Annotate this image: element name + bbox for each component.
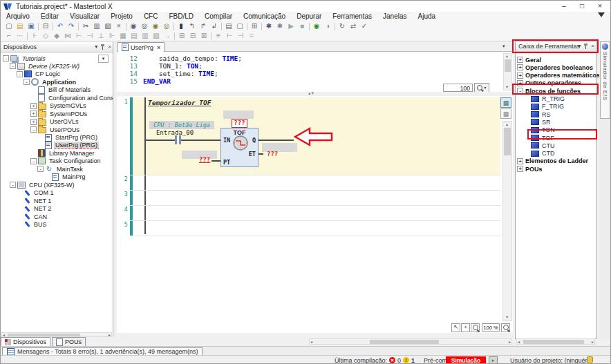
toolbox-expander[interactable]: - bbox=[517, 88, 523, 94]
copy-icon[interactable]: ▥ bbox=[91, 21, 102, 31]
next-bookmark-icon[interactable]: ↱ bbox=[198, 21, 209, 31]
zoom-dropdown-button[interactable]: ▾ bbox=[474, 83, 489, 93]
menu-fbd-ld[interactable]: FBD/LD bbox=[163, 12, 199, 21]
insert-block-icon[interactable]: ▦ bbox=[118, 31, 129, 41]
stop-icon[interactable]: ■ bbox=[297, 21, 308, 31]
ladder-zoom-value[interactable]: 100 % bbox=[482, 323, 500, 332]
filter-icon[interactable] bbox=[598, 12, 605, 17]
tree-item-can[interactable]: CAN bbox=[1, 213, 113, 220]
zoom-value-field[interactable]: 100 bbox=[443, 84, 473, 92]
tree-expander[interactable]: - bbox=[30, 158, 37, 164]
tab-dispositivos[interactable]: Dispositivos bbox=[1, 337, 50, 346]
tree-expander[interactable]: - bbox=[10, 63, 16, 69]
toolbox-close-button[interactable]: × bbox=[591, 42, 594, 50]
grid-view-icon[interactable]: ⊞ bbox=[249, 21, 260, 31]
new-file-icon[interactable]: ▢ bbox=[3, 21, 15, 31]
tree-expander[interactable]: + bbox=[30, 111, 37, 117]
insert-input-icon[interactable]: ⊞ bbox=[176, 31, 187, 41]
prev-bookmark-icon[interactable]: ↰ bbox=[187, 21, 198, 31]
tree-expander[interactable]: - bbox=[10, 182, 16, 188]
menu-compilar[interactable]: Compilar bbox=[199, 12, 238, 21]
ladder-vertical-scrollbar[interactable]: ▴▾ bbox=[502, 121, 512, 321]
tree-expander[interactable]: - bbox=[3, 55, 9, 61]
find-icon[interactable]: ◉ bbox=[128, 21, 139, 31]
negated-coil-icon[interactable]: ⋈ bbox=[62, 31, 73, 41]
ladder-network-icon[interactable]: ⌐ bbox=[3, 31, 15, 41]
generate-runtime-icon[interactable]: ✱ bbox=[274, 21, 285, 31]
et-unassigned-text[interactable]: ??? bbox=[267, 151, 278, 157]
tree-item-systempous[interactable]: +SystemPOUs bbox=[1, 110, 113, 117]
toolbox-item-ton[interactable]: TON bbox=[517, 126, 596, 134]
toolbox-horizontal-scrollbar[interactable]: ◂▸ bbox=[516, 338, 595, 345]
branch-above-icon[interactable]: ⊢ bbox=[224, 31, 235, 41]
toolbox-item-pous[interactable]: +POUs bbox=[517, 165, 596, 173]
ladder-more-icon[interactable]: ⋯ bbox=[15, 31, 26, 41]
devices-collapse-button[interactable]: ▾ bbox=[95, 43, 97, 51]
new-window-icon[interactable]: ▢ bbox=[234, 21, 245, 31]
edit-worksheet-icon[interactable]: ≈ bbox=[246, 31, 257, 41]
coil-icon[interactable]: ◆ bbox=[51, 31, 62, 41]
tree-expander[interactable]: - bbox=[37, 166, 44, 172]
tree-item-cpu-xf325-w[interactable]: -CPU (XF325-W) bbox=[1, 181, 113, 189]
parallel-contact-icon[interactable]: ⊢ bbox=[73, 31, 84, 41]
toolbox-item-operadores-booleanos[interactable]: +Operadores booleanos bbox=[517, 64, 596, 71]
menu-depurar[interactable]: Depurar bbox=[291, 12, 327, 21]
insert-box-en-icon[interactable]: ▥ bbox=[140, 31, 151, 41]
toolbox-item-geral[interactable]: +Geral bbox=[517, 56, 596, 64]
simulator-tab[interactable]: Simulador de E/S bbox=[600, 41, 610, 119]
toolbox-expander[interactable]: + bbox=[517, 158, 523, 164]
tree-item-library-manager[interactable]: Library Manager bbox=[1, 149, 113, 157]
insert-return-icon[interactable]: → bbox=[162, 31, 173, 41]
tof-function-block[interactable]: TOF IN Q ET PT bbox=[220, 128, 258, 167]
clear-bookmarks-icon[interactable]: ↲ bbox=[209, 21, 220, 31]
tree-item-userpous[interactable]: -UserPOUs bbox=[1, 126, 113, 133]
tree-item-device-xf325-w[interactable]: -Device (XF325-W) bbox=[1, 62, 113, 70]
maximize-button[interactable]: □ bbox=[573, 1, 591, 12]
tab-userprg[interactable]: UserPrg × bbox=[118, 42, 164, 52]
tree-expander[interactable]: + bbox=[30, 103, 37, 109]
open-file-icon[interactable]: ▤ bbox=[15, 21, 26, 31]
menu-comunica-o[interactable]: Comunicação bbox=[238, 12, 291, 21]
toolbox-item-tof[interactable]: TOF bbox=[517, 134, 596, 142]
tree-item-task-configuration[interactable]: -Task Configuration bbox=[1, 157, 113, 165]
replace-icon[interactable]: ◎ bbox=[161, 21, 172, 31]
tree-item-bus[interactable]: BUS bbox=[1, 220, 113, 228]
tree-expander[interactable]: + bbox=[30, 119, 37, 125]
tab-pous[interactable]: POUs bbox=[52, 337, 86, 346]
refresh-icon[interactable]: ↻ bbox=[337, 21, 348, 31]
menu-ferramentas[interactable]: Ferramentas bbox=[327, 12, 377, 21]
toolbox-item-elementos-de-ladder[interactable]: +Elementos de Ladder bbox=[517, 157, 596, 165]
ladder-zoom-dropdown[interactable] bbox=[501, 323, 510, 332]
save-icon[interactable]: ▣ bbox=[26, 21, 37, 31]
tree-item-mainprg[interactable]: MainPrg bbox=[1, 173, 113, 181]
toolbox-item-outros-operadores[interactable]: +Outros operadores bbox=[517, 79, 596, 87]
toolbox-expander[interactable]: + bbox=[517, 166, 523, 172]
contact-icon[interactable]: ⊦ bbox=[29, 31, 40, 41]
tree-item-net-2[interactable]: NET 2 bbox=[1, 205, 113, 213]
network-view-button[interactable]: ▦ bbox=[500, 97, 511, 108]
insert-jump-icon[interactable]: ▧ bbox=[151, 31, 162, 41]
run-icon[interactable]: ▶ bbox=[285, 21, 297, 31]
tree-item-cp-logic[interactable]: -CP Logic bbox=[1, 70, 113, 78]
tab-overflow-icon[interactable]: ▾ bbox=[502, 44, 505, 49]
delete-element-icon[interactable]: ⊠ bbox=[198, 31, 209, 41]
find-next-icon[interactable]: ◎ bbox=[139, 21, 150, 31]
contact-bar-left[interactable] bbox=[175, 135, 177, 144]
tree-item-systemgvls[interactable]: +SystemGVLs bbox=[1, 102, 113, 110]
instance-unassigned-text[interactable]: ??? bbox=[232, 119, 247, 128]
tree-dropdown-button[interactable]: ▾ bbox=[98, 55, 109, 63]
reset-coil-icon[interactable]: ⊩ bbox=[106, 31, 118, 41]
toolbox-item-blocos-de-fun-es[interactable]: -Blocos de funções bbox=[517, 87, 596, 95]
negated-contact-icon[interactable]: ◇ bbox=[40, 31, 51, 41]
menu-projeto[interactable]: Projeto bbox=[105, 12, 138, 21]
undo-icon[interactable]: ↶ bbox=[55, 21, 66, 31]
tree-item-usergvls[interactable]: +UserGVLs bbox=[1, 118, 113, 126]
redo-icon[interactable]: ↷ bbox=[66, 21, 77, 31]
menu-visualizar[interactable]: Visualizar bbox=[64, 12, 105, 21]
toolbox-collapse-button[interactable]: ▾ bbox=[578, 42, 581, 50]
devices-close-button[interactable]: × bbox=[108, 43, 111, 51]
minimize-button[interactable]: – bbox=[555, 1, 573, 12]
tree-expander[interactable]: - bbox=[30, 126, 37, 133]
tree-expander[interactable]: - bbox=[24, 79, 30, 85]
tree-item-bill-of-materials[interactable]: Bill of Materials bbox=[1, 86, 113, 94]
